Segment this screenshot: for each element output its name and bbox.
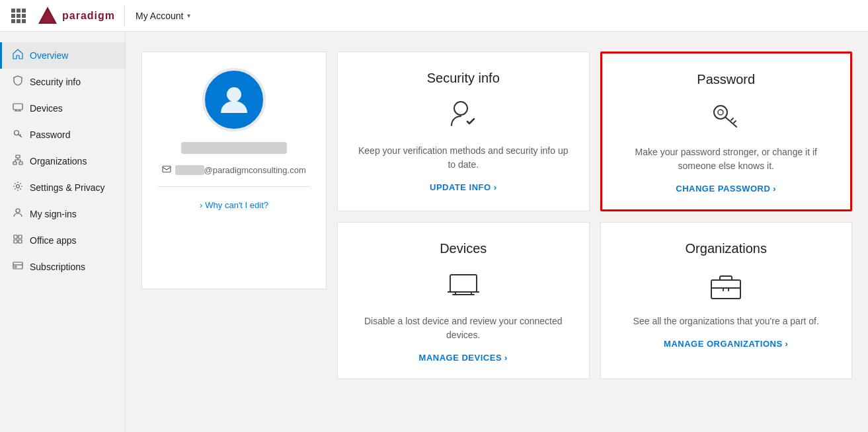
sidebar-label-office-apps: Office apps	[30, 235, 77, 246]
card-organizations: Organizations See all the organizations …	[600, 222, 853, 379]
card-password-icon-area	[707, 98, 744, 135]
content-wrapper: @paradigmconsulting.com › Why can't I ed…	[141, 52, 852, 379]
card-security-info-icon-area	[445, 96, 482, 133]
sidebar-label-devices: Devices	[30, 103, 63, 114]
sidebar-label-my-sign-ins: My sign-ins	[30, 209, 77, 219]
logo-container: paradigm	[37, 5, 125, 26]
main-content: @paradigmconsulting.com › Why can't I ed…	[126, 32, 868, 432]
svg-rect-9	[14, 235, 17, 238]
update-info-link[interactable]: UPDATE INFO ›	[430, 182, 497, 192]
svg-point-15	[227, 87, 241, 102]
org-icon	[13, 155, 23, 168]
svg-point-3	[15, 131, 19, 135]
sidebar-item-subscriptions[interactable]: Subscriptions	[0, 254, 125, 280]
password-icon	[13, 128, 23, 141]
sidebar: Overview Security info Devices	[0, 32, 126, 432]
sidebar-item-office-apps[interactable]: Office apps	[0, 227, 125, 254]
devices-icon	[13, 102, 23, 115]
chevron-right-icon: ›	[494, 182, 497, 192]
sidebar-item-devices[interactable]: Devices	[0, 95, 125, 122]
card-password: Password Make your password stronger, or…	[600, 52, 853, 211]
briefcase-icon	[709, 268, 743, 303]
my-account-button[interactable]: My Account ▾	[136, 11, 190, 21]
chevron-down-icon: ▾	[187, 12, 190, 19]
svg-rect-13	[13, 262, 22, 269]
svg-point-18	[714, 106, 727, 119]
cards-grid: Security info Keep your verification met…	[337, 52, 852, 379]
sidebar-item-organizations[interactable]: Organizations	[0, 148, 125, 174]
sidebar-item-settings-privacy[interactable]: Settings & Privacy	[0, 174, 125, 201]
signin-icon	[13, 207, 23, 221]
card-devices-desc: Disable a lost device and review your co…	[354, 314, 573, 342]
svg-rect-6	[19, 162, 22, 164]
shield-icon	[13, 75, 23, 89]
email-blurred-part	[175, 165, 204, 175]
sidebar-label-subscriptions: Subscriptions	[30, 262, 85, 272]
waffle-button[interactable]	[8, 5, 29, 26]
main-layout: Overview Security info Devices	[0, 32, 868, 432]
sidebar-label-overview: Overview	[30, 50, 68, 61]
paradigm-logo: paradigm	[37, 5, 115, 26]
manage-organizations-link[interactable]: MANAGE ORGANIZATIONS ›	[664, 339, 788, 349]
chevron-right-icon: ›	[504, 353, 508, 363]
svg-rect-11	[14, 240, 17, 243]
profile-divider	[158, 186, 310, 187]
waffle-icon	[11, 9, 26, 23]
chevron-right-icon: ›	[200, 200, 202, 210]
svg-rect-5	[13, 162, 17, 164]
profile-card: @paradigmconsulting.com › Why can't I ed…	[141, 52, 327, 289]
key-icon	[707, 98, 744, 135]
office-icon	[13, 234, 23, 247]
svg-rect-4	[16, 155, 20, 158]
svg-point-19	[718, 110, 723, 115]
logo-text: paradigm	[62, 10, 115, 22]
svg-rect-2	[13, 104, 22, 110]
profile-email-row: @paradigmconsulting.com	[162, 164, 305, 176]
email-icon	[162, 164, 171, 176]
sidebar-item-my-sign-ins[interactable]: My sign-ins	[0, 201, 125, 227]
svg-rect-12	[19, 240, 22, 243]
chevron-right-icon: ›	[785, 339, 789, 349]
paradigm-logo-icon	[37, 5, 58, 26]
profile-name	[181, 142, 287, 154]
sidebar-label-password: Password	[30, 129, 70, 140]
svg-rect-20	[450, 275, 477, 292]
svg-rect-21	[711, 280, 740, 299]
card-organizations-icon-area	[707, 267, 744, 304]
sidebar-label-organizations: Organizations	[30, 156, 87, 166]
card-password-desc: Make your password stronger, or change i…	[618, 145, 835, 173]
card-password-title: Password	[697, 72, 755, 87]
topbar: paradigm My Account ▾	[0, 0, 868, 32]
avatar	[202, 68, 266, 131]
laptop-icon	[446, 268, 481, 303]
svg-rect-10	[19, 235, 22, 238]
card-security-info-desc: Keep your verification methods and secur…	[354, 144, 573, 172]
sidebar-item-overview[interactable]: Overview	[0, 42, 125, 69]
home-icon	[13, 49, 23, 62]
card-devices-icon-area	[445, 267, 482, 304]
my-account-label: My Account	[136, 11, 183, 21]
card-devices-title: Devices	[440, 241, 487, 256]
card-security-info: Security info Keep your verification met…	[337, 52, 590, 211]
svg-rect-14	[15, 266, 17, 268]
manage-devices-link[interactable]: MANAGE DEVICES ›	[419, 353, 508, 363]
sidebar-label-security-info: Security info	[30, 77, 81, 87]
sidebar-item-security-info[interactable]: Security info	[0, 69, 125, 95]
card-organizations-title: Organizations	[686, 241, 767, 256]
settings-icon	[13, 181, 23, 194]
card-organizations-desc: See all the organizations that you're a …	[633, 314, 819, 328]
sidebar-item-password[interactable]: Password	[0, 122, 125, 148]
sidebar-label-settings-privacy: Settings & Privacy	[30, 182, 105, 193]
svg-rect-16	[163, 166, 171, 172]
why-cant-edit-link[interactable]: › Why can't I edit?	[200, 200, 268, 210]
svg-point-7	[17, 185, 20, 188]
svg-point-8	[16, 209, 20, 213]
card-security-info-title: Security info	[427, 71, 500, 86]
subscriptions-icon	[13, 260, 23, 273]
chevron-right-icon: ›	[773, 184, 776, 194]
card-devices: Devices Disable a lost device and review…	[337, 222, 590, 379]
change-password-link[interactable]: CHANGE PASSWORD ›	[676, 184, 776, 194]
avatar-icon	[217, 83, 251, 117]
profile-email: @paradigmconsulting.com	[175, 165, 305, 175]
svg-point-17	[454, 102, 467, 115]
